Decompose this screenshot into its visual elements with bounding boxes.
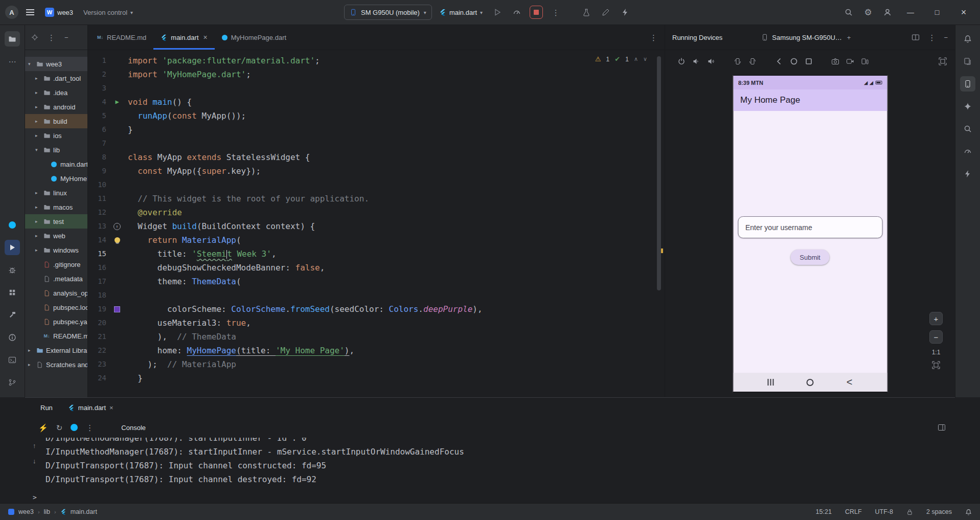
tab-myhomepage-dart[interactable]: MyHomePage.dart <box>215 25 293 50</box>
profile-button[interactable] <box>880 5 895 20</box>
code-line[interactable]: 21 ), // ThemeData <box>88 330 665 344</box>
hide-panel-icon[interactable]: − <box>64 34 69 41</box>
fold-device-icon[interactable] <box>861 57 869 65</box>
tab-options-icon[interactable]: ⋮ <box>650 34 657 41</box>
code-line[interactable]: 5 runApp(const MyApp()); <box>88 109 665 123</box>
indent-setting[interactable]: 2 spaces <box>926 508 952 515</box>
breadcrumb-folder[interactable]: lib <box>44 508 51 515</box>
assistant-button[interactable] <box>960 166 975 182</box>
run-configuration[interactable]: main.dart ▾ <box>436 7 486 18</box>
logcat-button[interactable] <box>960 54 975 69</box>
home-nav-icon[interactable] <box>807 379 814 386</box>
caret-position[interactable]: 15:21 <box>816 508 832 515</box>
layout-settings-icon[interactable] <box>938 423 946 432</box>
screenshot-icon[interactable] <box>831 57 839 65</box>
code-line[interactable]: 10 <box>88 178 665 192</box>
tree-item[interactable]: ▸build <box>25 114 87 128</box>
code-line[interactable]: 19 colorScheme: ColorScheme.fromSeed(see… <box>88 302 665 316</box>
tree-item[interactable]: ▾wee3 <box>25 57 87 71</box>
tree-item[interactable]: M↓README.md <box>25 329 87 343</box>
services-tool-button[interactable] <box>5 285 20 300</box>
tree-item[interactable]: analysis_options.yaml <box>25 286 87 300</box>
next-problem-icon[interactable]: ∨ <box>643 56 647 62</box>
kebab-icon[interactable]: ⋮ <box>86 424 94 432</box>
profiler-button[interactable] <box>509 5 525 20</box>
tree-item[interactable]: ▸.dart_tool <box>25 71 87 85</box>
inspection-widget[interactable]: ⚠ 1 ✔ 1 ∧ ∨ <box>595 55 647 63</box>
tree-item[interactable]: MyHomePage.dart <box>25 171 87 186</box>
code-line[interactable]: 3 <box>88 81 665 95</box>
back-nav-icon[interactable]: < <box>847 377 853 387</box>
tree-item[interactable]: .metadata <box>25 272 87 286</box>
tree-item[interactable]: pubspec.yaml <box>25 314 87 329</box>
rotate-left-icon[interactable] <box>734 57 742 65</box>
app-insights-button[interactable] <box>960 144 975 159</box>
project-tool-button[interactable] <box>5 31 20 47</box>
tree-item[interactable]: ▸android <box>25 100 87 114</box>
tree-item[interactable]: pubspec.lock <box>25 300 87 314</box>
scroll-down-icon[interactable]: ↓ <box>33 457 36 465</box>
code-line[interactable]: 22 home: MyHomePage(title: 'My Home Page… <box>88 344 665 357</box>
zoom-level[interactable]: 1:1 <box>932 349 941 356</box>
code-line[interactable]: 14 return MaterialApp( <box>88 233 665 247</box>
tree-item[interactable]: ▸macos <box>25 200 87 214</box>
maximize-button[interactable]: □ <box>926 0 948 25</box>
code-line[interactable]: 11 // This widget is the root of your ap… <box>88 192 665 206</box>
more-tool-windows-button[interactable]: ⋯ <box>5 54 20 69</box>
tree-item[interactable]: ▸ios <box>25 128 87 143</box>
fit-screen-icon[interactable] <box>932 361 940 369</box>
tree-item[interactable]: ▸Scratches and Consoles <box>25 357 87 372</box>
code-line[interactable]: 9 const MyApp({super.key}); <box>88 164 665 178</box>
problems-tool-button[interactable] <box>5 330 20 345</box>
tree-item[interactable]: ▸External Libraries <box>25 343 87 357</box>
locate-file-icon[interactable] <box>31 34 38 41</box>
line-ending[interactable]: CRLF <box>845 508 862 515</box>
zoom-in-button[interactable]: + <box>929 312 943 325</box>
vcs-widget[interactable]: Version control ▾ <box>80 7 136 18</box>
build-tool-button[interactable] <box>5 307 20 323</box>
tree-item[interactable]: ▸.idea <box>25 85 87 100</box>
tree-item[interactable]: main.dart <box>25 157 87 171</box>
settings-button[interactable]: ⚙ <box>860 5 876 20</box>
warning-stripe-mark[interactable] <box>661 248 663 253</box>
device-tab[interactable]: Samsung SM-G950U… <box>761 34 842 41</box>
minimize-button[interactable]: — <box>899 0 922 25</box>
code-line[interactable]: 7 <box>88 137 665 150</box>
running-devices-button[interactable] <box>960 76 975 92</box>
code-line[interactable]: 24 } <box>88 371 665 385</box>
split-view-icon[interactable] <box>911 33 920 41</box>
scroll-up-icon[interactable]: ↑ <box>33 442 36 449</box>
hide-panel-icon[interactable]: − <box>944 34 948 41</box>
code-line[interactable]: 18 <box>88 288 665 302</box>
run-tool-button[interactable] <box>5 240 20 255</box>
code-line[interactable]: 6} <box>88 123 665 137</box>
code-line[interactable]: 8class MyApp extends StatelessWidget { <box>88 150 665 164</box>
volume-down-icon[interactable] <box>692 57 700 65</box>
close-tab-icon[interactable]: × <box>203 33 208 41</box>
code-line[interactable]: 1import 'package:flutter/material.dart'; <box>88 54 665 67</box>
tree-item[interactable]: ▾lib <box>25 143 87 157</box>
main-menu-button[interactable] <box>22 5 38 20</box>
lock-icon[interactable] <box>906 509 913 515</box>
tab-readme[interactable]: M↓ README.md <box>90 25 153 50</box>
version-control-tool-button[interactable] <box>5 375 20 390</box>
code-line[interactable]: 16 debugShowCheckedModeBanner: false, <box>88 261 665 275</box>
more-run-actions-button[interactable]: ⋮ <box>548 5 563 20</box>
username-field[interactable]: Enter your username <box>738 216 882 238</box>
breadcrumb-file[interactable]: main.dart <box>71 508 97 515</box>
tree-item[interactable]: ▸windows <box>25 243 87 257</box>
tree-item[interactable]: ▸test <box>25 214 87 229</box>
code-line[interactable]: 17 theme: ThemeData( <box>88 275 665 288</box>
override-icon[interactable]: ↑ <box>113 223 121 230</box>
code-line[interactable]: 12 @override <box>88 206 665 219</box>
run-tab-main-dart[interactable]: main.dart × <box>68 404 113 412</box>
device-screen[interactable]: 8:39 MTN ◢ ◢ My Home Page Enter your use… <box>733 75 887 392</box>
close-button[interactable]: × <box>952 0 975 25</box>
notifications-icon[interactable] <box>965 509 972 515</box>
dart-devtools-button[interactable] <box>5 217 20 233</box>
console-tab[interactable]: Console <box>121 424 146 432</box>
code-line[interactable]: 15 title: 'Steemit Week 3', <box>88 247 665 261</box>
code-line[interactable]: 20 useMaterial3: true, <box>88 316 665 330</box>
terminal-tool-button[interactable] <box>5 352 20 368</box>
android-back-icon[interactable] <box>775 57 783 65</box>
